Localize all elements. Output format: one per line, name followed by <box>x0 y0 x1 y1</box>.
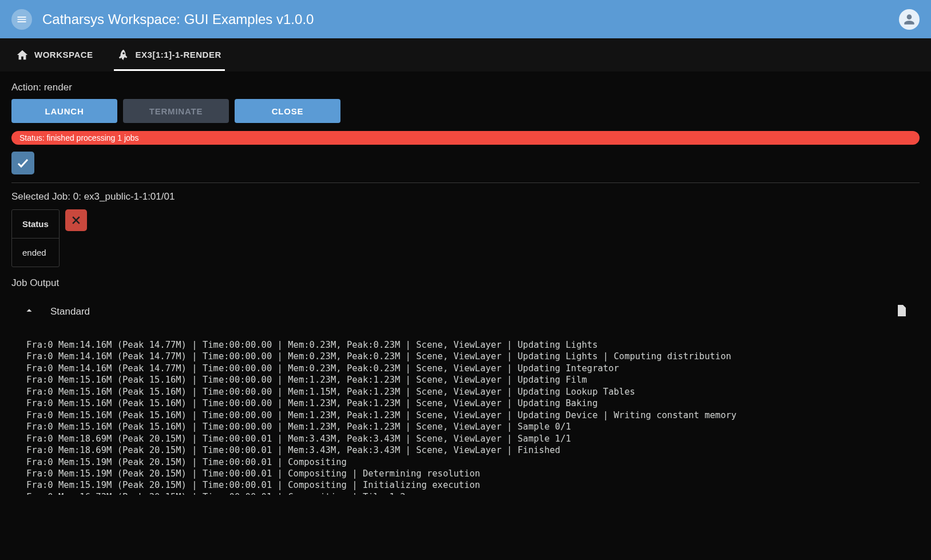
document-icon <box>894 304 908 317</box>
account-button[interactable] <box>899 9 920 30</box>
confirm-button[interactable] <box>11 152 34 174</box>
check-icon <box>16 156 30 170</box>
content: Action: render LAUNCH TERMINATE CLOSE St… <box>0 72 931 505</box>
action-label: Action: render <box>11 82 920 93</box>
status-bar: Status: finished processing 1 jobs <box>11 131 920 145</box>
status-row: Status ended <box>11 209 920 267</box>
status-value: ended <box>12 239 59 267</box>
close-job-button[interactable] <box>65 209 87 231</box>
home-icon <box>16 49 29 61</box>
account-icon <box>902 12 917 27</box>
expander-left: Standard <box>23 304 90 319</box>
rocket-icon <box>117 49 130 61</box>
topbar-left: Catharsys Workspace: GUI Examples v1.0.0 <box>11 9 314 30</box>
output-section-header: Standard <box>11 300 920 323</box>
output-section-label: Standard <box>50 306 90 317</box>
hamburger-icon <box>16 14 27 25</box>
job-output-label: Job Output <box>11 277 920 289</box>
selected-job-label: Selected Job: 0: ex3_public-1-1:01/01 <box>11 191 920 202</box>
app-title: Catharsys Workspace: GUI Examples v1.0.0 <box>42 11 314 27</box>
tab-render-label: EX3[1:1]-1-RENDER <box>136 50 221 59</box>
chevron-up-icon <box>23 304 35 317</box>
close-icon <box>70 215 82 226</box>
status-header: Status <box>12 210 59 239</box>
launch-button[interactable]: LAUNCH <box>11 99 117 123</box>
tab-workspace[interactable]: WORKSPACE <box>13 39 97 71</box>
divider <box>11 182 920 183</box>
action-buttons: LAUNCH TERMINATE CLOSE <box>11 99 920 123</box>
close-button[interactable]: CLOSE <box>235 99 340 123</box>
status-table: Status ended <box>11 209 60 267</box>
terminate-button[interactable]: TERMINATE <box>123 99 229 123</box>
log-output: Fra:0 Mem:14.16M (Peak 14.77M) | Time:00… <box>11 323 920 495</box>
tab-workspace-label: WORKSPACE <box>34 50 93 59</box>
menu-button[interactable] <box>11 9 32 30</box>
collapse-toggle[interactable] <box>23 304 35 319</box>
tabbar: WORKSPACE EX3[1:1]-1-RENDER <box>0 38 931 72</box>
topbar: Catharsys Workspace: GUI Examples v1.0.0 <box>0 0 931 38</box>
open-log-button[interactable] <box>894 304 908 320</box>
tab-render[interactable]: EX3[1:1]-1-RENDER <box>114 39 225 71</box>
